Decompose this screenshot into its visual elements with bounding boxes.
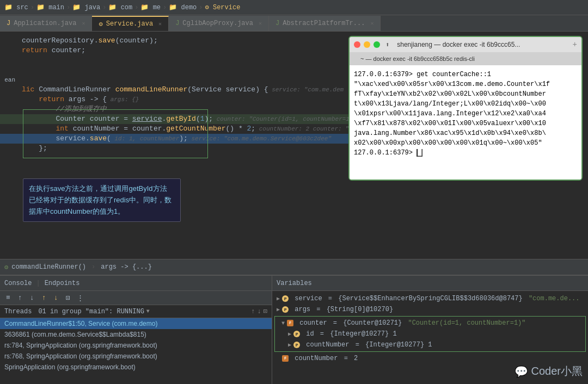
close-icon[interactable]: ✕ (158, 21, 162, 27)
var-item-counter[interactable]: ▼ F counter = {Counter@10271} "Counter(i… (277, 318, 583, 329)
expand-icon: ▼ (281, 320, 285, 326)
tab-application-java[interactable]: J Application.java ✕ (0, 16, 92, 31)
var-item-countNumber2[interactable]: ▶ F countNumber = 2 (272, 353, 588, 364)
close-icon[interactable]: ✕ (82, 20, 85, 27)
terminal-title: shenjianeng — docker exec -it 6b9ccc65..… (397, 41, 520, 48)
panel-header: Console | Endpoints (0, 276, 272, 291)
terminal-line: \x01xpsr\x00\x11java.lang.Integer\x12\xe… (354, 109, 577, 119)
panel-sep: | (36, 280, 40, 287)
thread-label: rs:768, SpringApplication (org.springfra… (4, 352, 157, 360)
type-icon: P (293, 331, 300, 337)
filter-thread-icon[interactable]: ⊡ (264, 307, 267, 315)
close-icon[interactable]: ✕ (259, 20, 262, 27)
var-name: countNumber (302, 341, 349, 349)
nav-item2: args -> {...} (101, 263, 152, 271)
console-tab[interactable]: Console (4, 280, 32, 287)
terminal-line: t\x00\x13Ljava/lang/Integer;L\x00\x02idq… (354, 99, 577, 109)
type-icon: F (287, 320, 293, 326)
terminal-line: java.lang.Number\x86\xac\x95\x1d\x0b\x94… (354, 128, 577, 138)
breadcrumb-src: 📁 src (4, 3, 28, 11)
tab-cglib[interactable]: J CglibAopProxy.java ✕ (169, 16, 269, 31)
code-line: counterRepository.save(counter); (0, 36, 354, 46)
add-tab-button[interactable]: + (573, 40, 577, 49)
expand-icon: ▶ (288, 331, 291, 337)
minimize-button[interactable] (364, 41, 370, 48)
toolbar-up2-icon[interactable]: ↑ (39, 293, 49, 303)
var-item-id[interactable]: ▶ P id = {Integer@10277} 1 (277, 329, 583, 339)
var-str: "com.me.de... (529, 295, 580, 302)
maximize-button[interactable] (373, 41, 380, 48)
var-value: {Integer@10277} 1 (330, 330, 396, 338)
breadcrumb-sep3: › (102, 4, 106, 11)
down-thread-icon[interactable]: ↓ (258, 308, 261, 315)
variables-header: Variables (272, 276, 588, 291)
breadcrumb-demo: 📁 demo (169, 3, 197, 11)
threads-label: Threads (4, 308, 32, 315)
var-item-args[interactable]: ▶ P args = {String[0]@10270} (272, 304, 588, 315)
threads-panel: Console | Endpoints ≡ ↑ ↓ ↑ ↓ ⊡ ⋮ Thread… (0, 276, 272, 384)
toolbar-menu-icon[interactable]: ⋮ (75, 293, 85, 303)
var-eq: = (329, 319, 341, 327)
tab-label: Application.java (14, 20, 76, 27)
close-icon[interactable]: ✕ (370, 20, 373, 27)
toolbar-up-icon[interactable]: ↑ (15, 293, 25, 303)
thread-item[interactable]: 3636861 (com.me.demo.Service$$Lambda$815… (0, 329, 272, 340)
java-icon: J (7, 20, 10, 27)
toolbar-down-icon[interactable]: ↓ (27, 293, 37, 303)
type-icon: P (282, 306, 289, 313)
annotation-bubble: 在执行save方法之前，通过调用getById方法已经将对于的数据缓存到了red… (23, 178, 181, 222)
toolbar-down2-icon[interactable]: ↓ (51, 293, 61, 303)
code-line-highlighted: Counter counter = service.getById(1); co… (0, 114, 354, 124)
thread-label: rs:784, SpringApplication (org.springfra… (4, 342, 157, 349)
code-line: ean (0, 75, 354, 85)
var-name: id (302, 330, 314, 338)
breadcrumb-java: 📁 java (72, 3, 100, 11)
code-line: return args -> { args: {} (0, 95, 354, 104)
toolbar-box-icon[interactable]: ⊡ (63, 293, 73, 303)
service-icon: ⚙ (99, 20, 102, 28)
thread-item[interactable]: rs:768, SpringApplication (org.springfra… (0, 351, 272, 362)
breadcrumb-me: 📁 me (140, 3, 161, 11)
terminal-tab[interactable]: ~ — docker exec -it 6b9ccc658b5c redis-c… (356, 54, 479, 63)
thread-group-label: 01 in group "main": RUNNING (38, 308, 144, 315)
thread-label: CommandLineRunner$1:50, Service (com.me.… (4, 320, 157, 327)
breadcrumb-main: 📁 main (36, 3, 64, 11)
thread-group-dropdown[interactable]: Threads 01 in group "main": RUNNING ▼ ↑ … (0, 305, 272, 318)
expand-icon: ▶ (277, 306, 280, 313)
var-value: {Integer@10277} 1 (365, 341, 432, 349)
breadcrumb-sep6: › (199, 4, 203, 11)
code-line: //添加到缓存中 (0, 104, 354, 114)
thread-label: SpringApplication (org.springframework.b… (4, 363, 136, 371)
code-line-blue: service.save( id: 1, countNumber); servi… (0, 134, 354, 144)
var-item-countNumber[interactable]: ▶ P countNumber = {Integer@10277} 1 (277, 339, 583, 350)
terminal-line: 127.0.0.1:6379> get counterCache::1 (354, 70, 577, 79)
type-icon: P (282, 295, 289, 302)
tab-label: CglibAopProxy.java (182, 20, 253, 27)
type-icon: F (282, 355, 289, 362)
var-str: "Counter(id=1, countNumber=1)" (408, 319, 525, 327)
terminal-body: 127.0.0.1:6379> get counterCache::1 "\xa… (350, 65, 581, 179)
var-value: {Service$$EnhancerBySpringCGLIB$$3d68036… (338, 295, 526, 302)
thread-item[interactable]: SpringApplication (org.springframework.b… (0, 362, 272, 373)
wechat-icon: 💬 (514, 365, 528, 378)
terminal-line: x02\x00\x00xp\x00\x00\x00\x00\x01q\x00~\… (354, 138, 577, 148)
tab-abstract[interactable]: J AbstractPlatformTr... ✕ (269, 16, 381, 31)
close-button[interactable] (354, 41, 360, 48)
var-name: countNumber (291, 355, 338, 362)
up-thread-icon[interactable]: ↑ (251, 308, 255, 315)
toolbar-list-icon[interactable]: ≡ (3, 293, 13, 303)
terminal-line: 127.0.0.1:6379> █ (354, 148, 577, 158)
var-item-service[interactable]: ▶ P service = {Service$$EnhancerBySpring… (272, 293, 588, 304)
type-icon: P (293, 342, 300, 348)
thread-item[interactable]: CommandLineRunner$1:50, Service (com.me.… (0, 318, 272, 329)
file-tabs: J Application.java ✕ ⚙ Service.java ✕ J … (0, 15, 588, 32)
thread-item[interactable]: rs:784, SpringApplication (org.springfra… (0, 340, 272, 351)
terminal-line: \xf7\x81\x878\x02\x00\x01I\x00\x05valuex… (354, 119, 577, 128)
dropdown-arrow-icon: ▼ (146, 308, 150, 314)
navigation-bar: ⚙ commandLineRunner() › args -> {...} (0, 259, 588, 275)
endpoints-tab[interactable]: Endpoints (45, 280, 80, 287)
code-line: int countNumber = counter.getCountNumber… (0, 124, 354, 134)
tab-service-java[interactable]: ⚙ Service.java ✕ (92, 16, 169, 31)
nav-icon: ⚙ (4, 263, 8, 271)
nav-sep: › (91, 263, 95, 271)
